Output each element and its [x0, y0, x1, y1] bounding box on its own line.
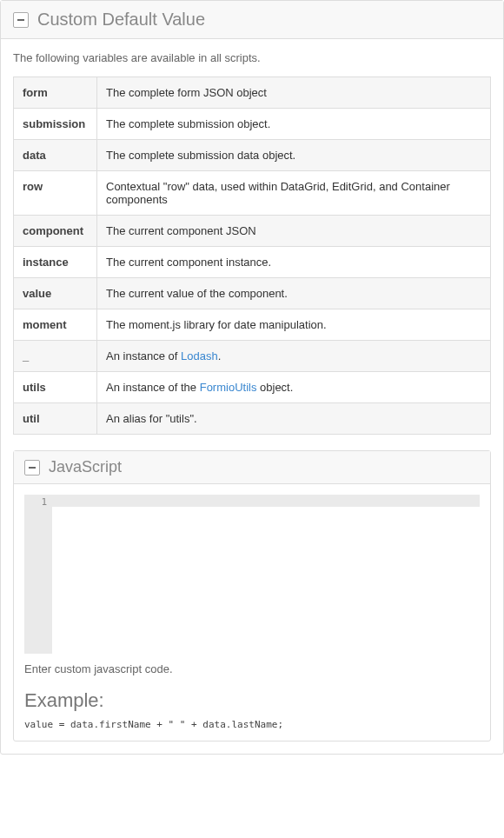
- doc-link[interactable]: Lodash: [181, 349, 218, 362]
- variables-table: formThe complete form JSON objectsubmiss…: [13, 76, 491, 435]
- table-row: utilsAn instance of the FormioUtils obje…: [14, 372, 491, 403]
- var-desc: The complete form JSON object: [97, 77, 491, 109]
- code-gutter: 1: [24, 495, 52, 654]
- table-row: submissionThe complete submission object…: [14, 109, 491, 140]
- var-name: form: [14, 77, 97, 109]
- var-desc: An instance of Lodash.: [97, 341, 491, 372]
- var-desc: The complete submission data object.: [97, 140, 491, 171]
- javascript-panel: JavaScript 1 Enter custom javascript cod…: [13, 450, 491, 742]
- var-name: moment: [14, 309, 97, 341]
- js-panel-title: JavaScript: [49, 458, 122, 476]
- var-name: utils: [14, 372, 97, 403]
- code-input[interactable]: [52, 507, 480, 651]
- var-name: row: [14, 171, 97, 216]
- table-row: utilAn alias for "utils".: [14, 403, 491, 435]
- var-name: _: [14, 341, 97, 372]
- collapse-toggle[interactable]: [13, 12, 29, 28]
- var-name: value: [14, 278, 97, 309]
- var-name: data: [14, 140, 97, 171]
- minus-icon: [17, 19, 24, 21]
- var-desc: The current value of the component.: [97, 278, 491, 309]
- var-desc: The complete submission object.: [97, 109, 491, 140]
- var-desc: The current component JSON: [97, 216, 491, 247]
- var-name: submission: [14, 109, 97, 140]
- table-row: _An instance of Lodash.: [14, 341, 491, 372]
- var-name: instance: [14, 247, 97, 278]
- var-desc: The moment.js library for date manipulat…: [97, 309, 491, 341]
- line-number: 1: [26, 496, 47, 508]
- table-row: momentThe moment.js library for date man…: [14, 309, 491, 341]
- var-desc: An alias for "utils".: [97, 403, 491, 435]
- intro-text: The following variables are available in…: [13, 51, 491, 64]
- table-row: rowContextual "row" data, used within Da…: [14, 171, 491, 216]
- panel-heading: Custom Default Value: [1, 1, 503, 39]
- panel-body: The following variables are available in…: [1, 39, 503, 754]
- minus-icon: [29, 467, 36, 469]
- table-row: dataThe complete submission data object.: [14, 140, 491, 171]
- var-name: component: [14, 216, 97, 247]
- table-row: instanceThe current component instance.: [14, 247, 491, 278]
- help-text: Enter custom javascript code.: [24, 662, 480, 675]
- var-desc: The current component instance.: [97, 247, 491, 278]
- panel-title: Custom Default Value: [37, 10, 205, 30]
- table-row: formThe complete form JSON object: [14, 77, 491, 109]
- js-panel-heading: JavaScript: [14, 451, 490, 484]
- code-topstrip: [52, 495, 480, 507]
- example-heading: Example:: [24, 689, 480, 712]
- code-area: [52, 495, 480, 654]
- table-row: valueThe current value of the component.: [14, 278, 491, 309]
- js-panel-body: 1 Enter custom javascript code. Example:…: [14, 484, 490, 741]
- var-desc: An instance of the FormioUtils object.: [97, 372, 491, 403]
- example-code: value = data.firstName + " " + data.last…: [24, 719, 480, 730]
- custom-default-value-panel: Custom Default Value The following varia…: [0, 0, 504, 755]
- var-name: util: [14, 403, 97, 435]
- code-editor: 1: [24, 495, 480, 654]
- doc-link[interactable]: FormioUtils: [200, 381, 257, 394]
- collapse-toggle[interactable]: [24, 460, 40, 476]
- table-row: componentThe current component JSON: [14, 216, 491, 247]
- var-desc: Contextual "row" data, used within DataG…: [97, 171, 491, 216]
